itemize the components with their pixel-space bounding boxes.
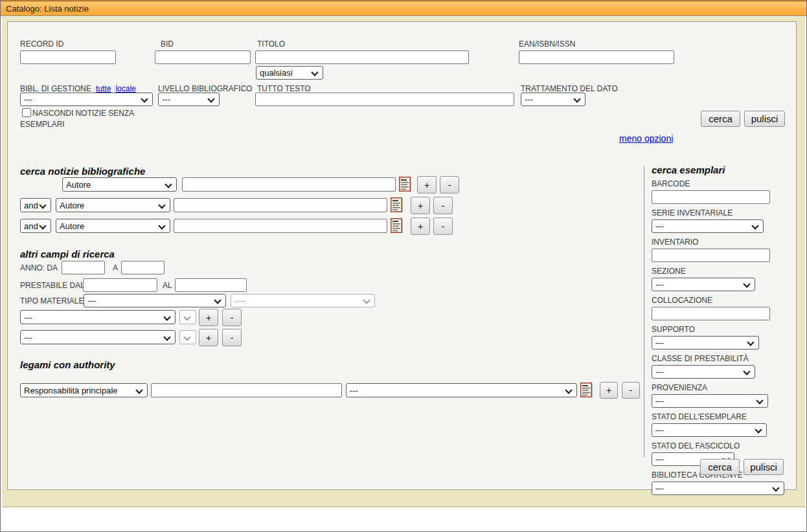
- extra-filter-select-1[interactable]: ---: [20, 310, 176, 324]
- prestabile-dal-input[interactable]: [83, 278, 157, 292]
- livello-label: LIVELLO BIBLIOGRAFICO: [158, 84, 252, 93]
- provenienza-label: PROVENIENZA: [652, 383, 791, 392]
- esemplari-section: cerca esemplari BARCODE SERIE INVENTARIA…: [652, 164, 791, 500]
- biblio-add-row-button-1[interactable]: +: [417, 176, 437, 194]
- biblio-field-select-1[interactable]: Autore: [62, 177, 177, 192]
- collocazione-input[interactable]: [652, 307, 770, 320]
- bid-label: BID: [161, 39, 174, 49]
- meno-opzioni-link[interactable]: meno opzioni: [619, 133, 673, 144]
- page: Catalogo: Lista notizie RECORD ID BID TI…: [0, 0, 807, 532]
- tutte-link[interactable]: tutte: [96, 84, 111, 93]
- stato-esemplare-select[interactable]: ---: [652, 423, 767, 437]
- page-title: Catalogo: Lista notizie: [6, 4, 89, 14]
- authority-value-select[interactable]: ---: [346, 383, 577, 397]
- ean-input[interactable]: [519, 50, 674, 64]
- inventario-input[interactable]: [652, 249, 770, 262]
- stato-fascicolo-label: STATO DEL FASCICOLO: [652, 441, 791, 450]
- sezione-label: SEZIONE: [652, 267, 791, 276]
- tipo-materiale-label: TIPO MATERIALE: [20, 296, 84, 305]
- serie-inventariale-select[interactable]: ---: [652, 219, 764, 233]
- livello-select[interactable]: ---: [158, 93, 220, 106]
- titolo-label: TITOLO: [257, 39, 285, 49]
- altri-section-heading: altri campi di ricerca: [20, 249, 115, 260]
- cerca-button-top[interactable]: cerca: [701, 111, 740, 127]
- extra-filter-remove-button-1[interactable]: -: [222, 309, 242, 326]
- biblio-operator-select-2[interactable]: and: [20, 198, 51, 212]
- authority-add-button[interactable]: +: [600, 382, 618, 399]
- anno-da-label: ANNO: DA: [20, 263, 58, 272]
- prestabile-al-input[interactable]: [175, 278, 247, 292]
- authority-term-input[interactable]: [151, 383, 342, 397]
- locale-link[interactable]: locale: [115, 84, 135, 93]
- cerca-button-esemplari[interactable]: cerca: [700, 459, 740, 475]
- bibl-gestione-select[interactable]: ---: [20, 93, 153, 106]
- extra-filter-add-button-1[interactable]: +: [199, 309, 218, 326]
- title-bar: Catalogo: Lista notizie: [1, 1, 806, 16]
- stato-esemplare-label: STATO DELL'ESEMPLARE: [652, 412, 791, 421]
- biblio-remove-row-button-1[interactable]: -: [440, 176, 459, 194]
- pulisci-button-top[interactable]: pulisci: [744, 111, 785, 127]
- biblio-section-heading: cerca notizie bibliografiche: [20, 166, 145, 177]
- tipo-materiale-sub-select: ----: [231, 294, 375, 307]
- prestabile-dal-label: PRESTABILE DAL: [20, 281, 85, 290]
- titolo-input[interactable]: [255, 50, 469, 64]
- biblio-term-input-1[interactable]: [182, 177, 396, 192]
- extra-filter-sub-select-2: [179, 330, 196, 344]
- titolo-mode-select[interactable]: qualsiasi: [256, 66, 323, 80]
- biblio-remove-row-button-2[interactable]: -: [433, 197, 453, 214]
- biblio-add-row-button-3[interactable]: +: [411, 217, 430, 235]
- sezione-select[interactable]: ---: [652, 278, 755, 291]
- anno-da-input[interactable]: [62, 261, 105, 274]
- nascondi-checkbox[interactable]: [22, 108, 31, 117]
- trattamento-select[interactable]: ---: [521, 93, 585, 106]
- extra-filter-sub-select-1: [179, 310, 196, 324]
- bibl-gestione-label: BIBL. DI GESTIONE: [20, 84, 91, 93]
- esemplari-heading: cerca esemplari: [652, 164, 791, 175]
- trattamento-label: TRATTAMENTO DEL DATO: [521, 84, 618, 93]
- classe-prestabilita-label: CLASSE DI PRESTABILITÀ: [652, 354, 791, 363]
- term-list-icon[interactable]: [580, 382, 593, 398]
- biblio-remove-row-button-3[interactable]: -: [433, 217, 453, 235]
- term-list-icon[interactable]: [391, 218, 404, 234]
- supporto-label: SUPPORTO: [652, 325, 791, 334]
- provenienza-select[interactable]: ---: [652, 394, 768, 408]
- supporto-select[interactable]: ---: [652, 336, 759, 349]
- record-id-label: RECORD ID: [20, 39, 63, 49]
- extra-filter-add-button-2[interactable]: +: [199, 329, 218, 346]
- authority-section-heading: legami con authority: [20, 359, 115, 370]
- bibl-gestione-label-row: BIBL. DI GESTIONE tutte locale: [20, 84, 136, 93]
- tutto-testo-label: TUTTO TESTO: [257, 84, 311, 93]
- barcode-input[interactable]: [652, 190, 770, 204]
- classe-prestabilita-select[interactable]: ---: [652, 365, 755, 379]
- tutto-testo-input[interactable]: [255, 93, 514, 106]
- anno-a-input[interactable]: [121, 261, 165, 274]
- record-id-input[interactable]: [20, 50, 116, 64]
- term-list-icon[interactable]: [399, 177, 412, 192]
- biblio-field-select-2[interactable]: Autore: [56, 198, 170, 212]
- tipo-materiale-select[interactable]: ---: [84, 294, 226, 307]
- term-list-icon[interactable]: [391, 197, 404, 213]
- extra-filter-remove-button-2[interactable]: -: [222, 329, 242, 346]
- biblio-add-row-button-2[interactable]: +: [411, 197, 430, 214]
- serie-inventariale-label: SERIE INVENTARIALE: [652, 208, 791, 217]
- biblioteca-corrente-select[interactable]: ---: [652, 482, 784, 495]
- biblio-operator-select-3[interactable]: and: [20, 219, 51, 233]
- ean-label: EAN/ISBN/ISSN: [519, 39, 575, 49]
- anno-a-label: A: [113, 263, 118, 272]
- inventario-label: INVENTARIO: [652, 238, 791, 247]
- prestabile-al-label: AL: [163, 281, 172, 290]
- nascondi-label-line2: ESEMPLARI: [20, 120, 65, 129]
- biblio-term-input-3[interactable]: [174, 219, 387, 233]
- authority-type-select[interactable]: Responsabilità principale: [20, 383, 148, 397]
- barcode-label: BARCODE: [652, 179, 791, 188]
- extra-filter-select-2[interactable]: ---: [20, 330, 176, 344]
- esemplari-divider: [644, 166, 644, 457]
- collocazione-label: COLLOCAZIONE: [652, 296, 791, 305]
- pulisci-button-esemplari[interactable]: pulisci: [744, 459, 784, 475]
- authority-remove-button[interactable]: -: [622, 382, 640, 399]
- biblio-term-input-2[interactable]: [174, 198, 387, 212]
- biblio-field-select-3[interactable]: Autore: [56, 219, 170, 233]
- nascondi-label-line1: NASCONDI NOTIZIE SENZA: [32, 109, 134, 118]
- bid-input[interactable]: [155, 50, 251, 64]
